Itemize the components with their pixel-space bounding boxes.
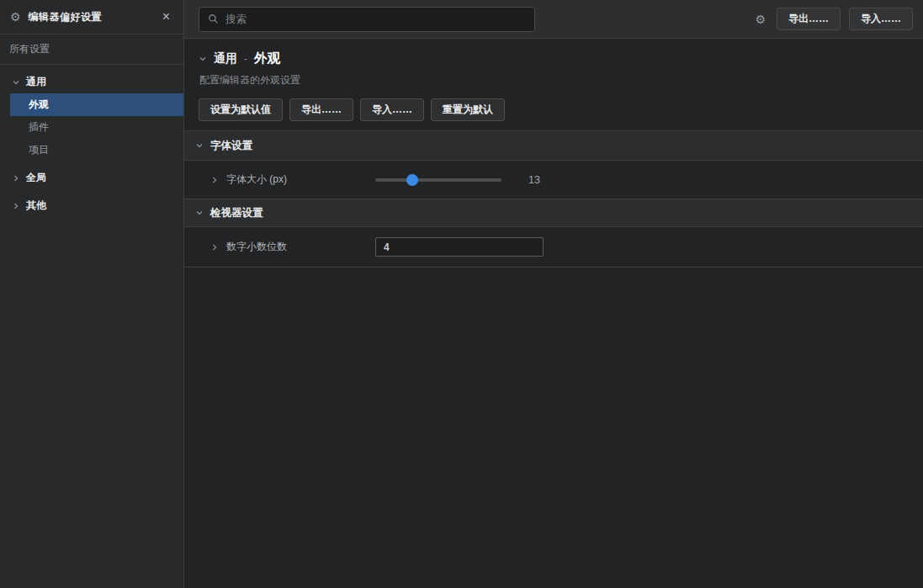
sidebar-header: ⚙ 编辑器偏好设置 × [0,0,183,34]
chevron-down-icon [195,209,204,217]
setting-row-decimal-places: 数字小数位数 [184,227,923,268]
main-panel: ⚙ 导出…… 导入…… 通用 - 外观 配置编辑器的外观设置 设置为默认值 导出… [184,0,923,588]
chevron-right-icon [210,243,219,252]
tree-node-other[interactable]: 其他 [0,194,183,217]
preferences-window: ⚙ 编辑器偏好设置 × 所有设置 通用 外观 插件 项目 全局 [0,0,923,588]
export-button[interactable]: 导出…… [777,8,841,30]
section-font-settings[interactable]: 字体设置 [184,130,923,161]
section-title: 检视器设置 [210,206,263,220]
tree-node-label: 全局 [26,171,46,185]
breadcrumb: 通用 - 外观 [199,50,910,67]
topbar: ⚙ 导出…… 导入…… [184,0,923,39]
chevron-right-icon [210,176,219,184]
font-size-value: 13 [528,174,540,186]
setting-label-decimal-places[interactable]: 数字小数位数 [210,240,375,254]
chevron-down-icon [12,78,20,87]
setting-row-font-size: 字体大小 (px) 13 [184,161,923,199]
setting-label-text: 数字小数位数 [226,240,287,254]
page-heading-block: 通用 - 外观 配置编辑器的外观设置 设置为默认值 导出…… 导入…… 重置为默… [184,39,923,130]
search-box[interactable] [199,7,535,32]
setting-label-text: 字体大小 (px) [226,172,287,187]
slider-track[interactable] [375,178,501,182]
chevron-right-icon [12,202,20,210]
search-icon [208,13,219,24]
settings-gear-icon[interactable]: ⚙ [755,13,766,25]
page-description: 配置编辑器的外观设置 [199,73,910,87]
tree-node-plugins[interactable]: 插件 [0,116,183,139]
tree-node-general[interactable]: 通用 [0,71,183,93]
chevron-down-icon[interactable] [199,55,207,63]
import-button[interactable]: 导入…… [849,8,913,30]
section-inspector-settings[interactable]: 检视器设置 [184,199,923,227]
settings-tree: 通用 外观 插件 项目 全局 其他 [0,65,183,217]
export-settings-button[interactable]: 导出…… [289,98,353,121]
tree-node-project[interactable]: 项目 [0,139,183,162]
setting-label-font-size[interactable]: 字体大小 (px) [210,172,375,187]
chevron-right-icon [12,174,20,183]
section-title: 字体设置 [210,139,252,153]
reset-to-default-button[interactable]: 重置为默认 [431,98,505,121]
import-settings-button[interactable]: 导入…… [360,98,424,121]
tree-node-appearance[interactable]: 外观 [10,93,183,116]
tree-node-label: 通用 [26,75,46,89]
breadcrumb-category: 通用 [214,51,237,66]
close-icon[interactable]: × [159,8,173,25]
search-input[interactable] [225,13,526,25]
page-title: 外观 [254,50,280,67]
sidebar: ⚙ 编辑器偏好设置 × 所有设置 通用 外观 插件 项目 全局 [0,0,184,588]
page-actions: 设置为默认值 导出…… 导入…… 重置为默认 [199,98,910,121]
tree-node-global[interactable]: 全局 [0,167,183,189]
chevron-down-icon [195,141,204,150]
gear-icon: ⚙ [10,11,21,23]
breadcrumb-separator: - [244,53,247,65]
set-as-default-button[interactable]: 设置为默认值 [199,98,283,121]
window-title: 编辑器偏好设置 [29,10,151,24]
settings-sections: 字体设置 字体大小 (px) 13 检视器设置 [184,130,923,268]
slider-thumb[interactable] [406,174,418,186]
tree-node-label: 其他 [26,199,46,213]
sidebar-item-all-settings[interactable]: 所有设置 [0,34,183,65]
empty-content-area [184,268,923,588]
font-size-slider[interactable] [375,174,501,186]
decimal-places-input[interactable] [375,237,544,257]
